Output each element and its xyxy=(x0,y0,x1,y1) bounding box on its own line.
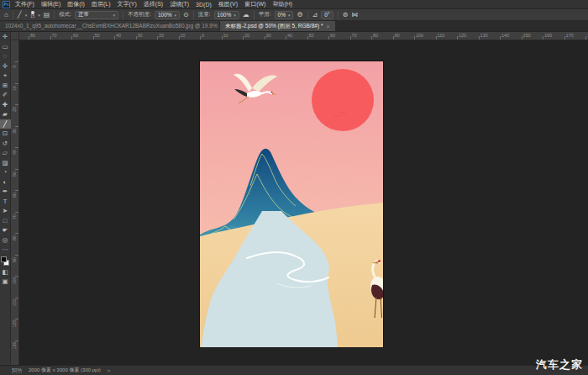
marquee-tool[interactable]: ▭ xyxy=(0,42,11,52)
menu-item-10[interactable]: 窗口(W) xyxy=(241,0,269,8)
brush-tool-icon[interactable]: ╱ xyxy=(18,10,22,20)
h-ruler-number: 30 xyxy=(138,33,143,38)
menu-item-7[interactable]: 滤镜(T) xyxy=(166,0,192,8)
flow-field[interactable]: 100% ▾ xyxy=(214,11,239,19)
crop-tool[interactable]: ⊞ xyxy=(0,81,11,91)
menu-item-6[interactable]: 选择(S) xyxy=(140,0,166,8)
brush-angle-icon: ⊿ xyxy=(312,10,318,20)
size-pressure-icon[interactable]: ⊚ xyxy=(343,10,349,20)
blur-tool[interactable]: ◔ xyxy=(0,167,11,177)
photoshop-window: Ps 文件(F)编辑(E)图像(I)图层(L)文字(Y)选择(S)滤镜(T)3D… xyxy=(0,0,588,375)
type-tool[interactable]: T xyxy=(0,197,11,207)
zoom-level-field[interactable]: 50% xyxy=(12,367,22,373)
divider xyxy=(54,11,55,19)
divider xyxy=(254,11,255,19)
ruler-origin-corner[interactable] xyxy=(11,32,19,40)
document-tab-2[interactable]: 未标题-2.psd @ 50% (图层 5, RGB/8#) * × xyxy=(220,21,335,31)
menu-item-5[interactable]: 文字(Y) xyxy=(113,0,139,8)
brush-angle-field[interactable]: 0° xyxy=(321,11,333,19)
v-ruler-number: 120 xyxy=(12,319,17,329)
lasso-tool[interactable]: ◌ xyxy=(0,51,11,61)
document-tab-bar: 1024x0_1_q95_autohomecar__ChsEvmBXHCKAR1… xyxy=(0,21,588,32)
v-ruler-number: 100 xyxy=(12,276,17,286)
v-ruler-number: 60 xyxy=(12,190,17,200)
v-ruler-number: 70 xyxy=(12,212,17,222)
path-selection-tool[interactable]: ➤ xyxy=(0,206,11,216)
pen-tool[interactable]: ✒ xyxy=(0,187,11,197)
dodge-tool[interactable]: ◐ xyxy=(0,177,11,188)
v-ruler-number: 0 xyxy=(12,61,17,71)
gradient-tool[interactable]: ▨ xyxy=(0,158,11,168)
divider xyxy=(307,11,308,19)
hand-tool[interactable]: ☛ xyxy=(0,225,11,235)
v-ruler-number: 30 xyxy=(12,126,17,136)
divider xyxy=(193,11,194,19)
edit-toolbar-button[interactable]: ⋯ xyxy=(0,245,11,255)
color-swatches[interactable] xyxy=(0,256,11,267)
brush-tool[interactable]: ╱ xyxy=(0,119,11,129)
toolbar: ✛▭◌✢⌖⊞✐✚▰╱⊡↺▱▨◔◐✒T➤□☛◎⋯ ◧ ▣ xyxy=(0,32,11,365)
menu-item-8[interactable]: 3D(D) xyxy=(192,2,215,8)
document-info: 2000 像素 x 3000 像素 (300 ppi) xyxy=(29,367,101,374)
h-ruler-number: 20 xyxy=(159,33,164,38)
v-ruler-number: 130 xyxy=(12,341,17,351)
v-ruler-number: 40 xyxy=(12,147,17,157)
divider xyxy=(123,11,123,19)
brush-preset-picker[interactable]: 15 xyxy=(30,11,34,18)
status-expander-icon[interactable]: > xyxy=(108,368,111,373)
screen-mode-button[interactable]: ▣ xyxy=(0,277,11,287)
chevron-down-icon: ▾ xyxy=(175,13,177,18)
zoom-tool[interactable]: ◎ xyxy=(0,235,11,246)
airbrush-icon[interactable]: ☁ xyxy=(243,10,249,20)
mode-select[interactable]: 正常 ▾ xyxy=(75,11,118,19)
status-bar: 50% 2000 像素 x 3000 像素 (300 ppi) > xyxy=(0,365,588,375)
opacity-field[interactable]: 100% ▾ xyxy=(155,11,180,19)
photoshop-logo-icon: Ps xyxy=(3,1,10,8)
v-ruler-number: 110 xyxy=(12,298,17,308)
symmetry-icon[interactable]: ⋈ xyxy=(351,10,358,20)
chevron-down-icon: ▾ xyxy=(234,13,236,18)
home-icon[interactable]: ⌂ xyxy=(4,10,8,20)
smoothing-field[interactable]: 0% ▾ xyxy=(275,11,294,19)
brush-panel-toggle-icon[interactable]: ▤ xyxy=(44,10,50,20)
document-tab-1-title: 1024x0_1_q95_autohomecar__ChsEvmBXHCKAR1… xyxy=(5,23,220,30)
divider xyxy=(13,11,13,19)
h-ruler-number: 60 xyxy=(73,33,78,38)
opacity-label: 不透明度: xyxy=(128,11,151,18)
magic-wand-tool[interactable]: ✢ xyxy=(0,61,11,71)
eraser-tool[interactable]: ▱ xyxy=(0,148,11,158)
vertical-ruler[interactable]: 0102030405060708090100110120130 xyxy=(11,40,19,365)
history-brush-tool[interactable]: ↺ xyxy=(0,139,11,149)
document-tab-1[interactable]: 1024x0_1_q95_autohomecar__ChsEvmBXHCKAR1… xyxy=(0,21,220,31)
close-icon[interactable]: × xyxy=(326,24,329,29)
patch-tool[interactable]: ▰ xyxy=(0,109,11,119)
eyedropper-tool[interactable]: ✐ xyxy=(0,90,11,100)
object-selection-tool[interactable]: ⌖ xyxy=(0,71,11,81)
clone-stamp-tool[interactable]: ⊡ xyxy=(0,129,11,139)
foreground-color-swatch[interactable] xyxy=(1,256,7,262)
canvas[interactable] xyxy=(200,61,383,347)
h-ruler-number: 30 xyxy=(266,33,271,38)
horizontal-ruler[interactable]: 9080706050403020100102030405060708090100… xyxy=(19,32,588,40)
menu-item-3[interactable]: 图像(I) xyxy=(64,0,88,8)
sun xyxy=(312,69,374,131)
menu-item-11[interactable]: 帮助(H) xyxy=(269,0,296,8)
menu-item-1[interactable]: 文件(F) xyxy=(12,0,38,8)
chevron-down-icon: ▾ xyxy=(25,13,28,18)
gear-icon[interactable]: ⚙ xyxy=(297,10,302,20)
shape-tool[interactable]: □ xyxy=(0,216,11,226)
menu-item-4[interactable]: 图层(L) xyxy=(88,0,114,8)
menu-bar: Ps 文件(F)编辑(E)图像(I)图层(L)文字(Y)选择(S)滤镜(T)3D… xyxy=(0,0,588,9)
v-ruler-number: 10 xyxy=(12,83,17,93)
healing-brush-tool[interactable]: ✚ xyxy=(0,100,11,110)
v-ruler-number: 20 xyxy=(12,104,17,114)
move-tool[interactable]: ✛ xyxy=(0,32,11,42)
menu-item-9[interactable]: 视图(V) xyxy=(215,0,241,8)
h-ruler-number: 160 xyxy=(544,33,552,38)
opacity-pressure-icon[interactable]: ⊙ xyxy=(183,10,189,20)
mode-value: 正常 xyxy=(78,11,89,18)
h-ruler-number: 50 xyxy=(95,33,100,38)
h-ruler-number: 120 xyxy=(459,33,466,38)
quick-mask-button[interactable]: ◧ xyxy=(0,267,11,277)
menu-item-2[interactable]: 编辑(E) xyxy=(38,0,64,8)
